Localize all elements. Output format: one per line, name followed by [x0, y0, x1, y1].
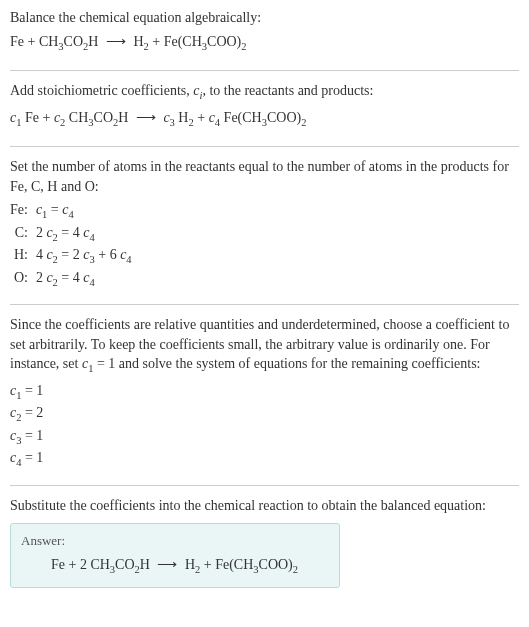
text: 2	[36, 270, 47, 285]
text: H	[118, 110, 128, 125]
coefficient-list: c1 = 1 c2 = 2 c3 = 1 c4 = 1	[10, 381, 519, 471]
text: Fe + 2 CH	[51, 557, 110, 572]
text: Add stoichiometric coefficients,	[10, 83, 193, 98]
text: Fe(CH	[220, 110, 262, 125]
text: =	[47, 202, 62, 217]
atom-balance-table: Fe: c1 = c4 C: 2 c2 = 4 c4 H: 4 c2 = 2 c…	[10, 200, 138, 290]
balanced-equation: Fe + 2 CH3CO2H ⟶ H2 + Fe(CH3COO)2	[21, 555, 329, 577]
coefficient-equation: c1 Fe + c2 CH3CO2H ⟶ c3 H2 + c4 Fe(CH3CO…	[10, 108, 519, 130]
equation-cell: 4 c2 = 2 c3 + 6 c4	[36, 245, 138, 267]
table-row: O: 2 c2 = 4 c4	[10, 268, 138, 290]
val: = 1	[21, 428, 43, 443]
equation-cell: c1 = c4	[36, 200, 138, 222]
table-row: C: 2 c2 = 4 c4	[10, 223, 138, 245]
text: H	[185, 557, 195, 572]
val: = 2	[21, 405, 43, 420]
text: COO)	[259, 557, 293, 572]
eq-text: + Fe(CH	[149, 34, 202, 49]
eq-text: COO)	[207, 34, 241, 49]
sub: 4	[89, 232, 94, 243]
text: H	[175, 110, 189, 125]
section-add-coefficients: Add stoichiometric coefficients, ci, to …	[10, 81, 519, 147]
table-row: Fe: c1 = c4	[10, 200, 138, 222]
sub: 4	[126, 254, 131, 265]
text: Fe +	[21, 110, 53, 125]
text: COO)	[267, 110, 301, 125]
intro-text: Set the number of atoms in the reactants…	[10, 157, 519, 196]
arrow-icon: ⟶	[157, 555, 177, 575]
element-label: C:	[10, 223, 36, 245]
section-atom-balance: Set the number of atoms in the reactants…	[10, 157, 519, 305]
val: = 1	[21, 383, 43, 398]
intro-text: Substitute the coefficients into the che…	[10, 496, 519, 516]
section-answer: Substitute the coefficients into the che…	[10, 496, 519, 588]
text: +	[194, 110, 209, 125]
text: , to the reactants and products:	[202, 83, 373, 98]
list-item: c3 = 1	[10, 426, 519, 448]
val: = 1	[21, 450, 43, 465]
element-label: Fe:	[10, 200, 36, 222]
answer-box: Answer: Fe + 2 CH3CO2H ⟶ H2 + Fe(CH3COO)…	[10, 523, 340, 588]
answer-label: Answer:	[21, 532, 329, 550]
equation-cell: 2 c2 = 4 c4	[36, 223, 138, 245]
text: = 1 and solve the system of equations fo…	[93, 356, 480, 371]
table-row: H: 4 c2 = 2 c3 + 6 c4	[10, 245, 138, 267]
unbalanced-equation: Fe + CH3CO2H ⟶ H2 + Fe(CH3COO)2	[10, 32, 519, 54]
equation-cell: 2 c2 = 4 c4	[36, 268, 138, 290]
text: 4	[36, 247, 47, 262]
sub: 2	[241, 40, 246, 51]
arrow-icon: ⟶	[106, 32, 126, 52]
text: = 4	[58, 270, 83, 285]
intro-text: Add stoichiometric coefficients, ci, to …	[10, 81, 519, 103]
text: H	[140, 557, 150, 572]
eq-text: H	[88, 34, 98, 49]
text: = 4	[58, 225, 83, 240]
list-item: c1 = 1	[10, 381, 519, 403]
text: CH	[65, 110, 88, 125]
list-item: c2 = 2	[10, 403, 519, 425]
text: = 2	[58, 247, 83, 262]
text: CO	[94, 110, 113, 125]
list-item: c4 = 1	[10, 448, 519, 470]
element-label: O:	[10, 268, 36, 290]
eq-text: CO	[64, 34, 83, 49]
sub: 4	[89, 276, 94, 287]
eq-text: H	[133, 34, 143, 49]
eq-text: Fe + CH	[10, 34, 58, 49]
intro-text: Since the coefficients are relative quan…	[10, 315, 519, 377]
text: 2	[36, 225, 47, 240]
sub: 4	[68, 209, 73, 220]
section-solve-coefficients: Since the coefficients are relative quan…	[10, 315, 519, 486]
element-label: H:	[10, 245, 36, 267]
intro-text: Balance the chemical equation algebraica…	[10, 8, 519, 28]
section-balance-intro: Balance the chemical equation algebraica…	[10, 8, 519, 71]
text: + 6	[95, 247, 120, 262]
text: + Fe(CH	[200, 557, 253, 572]
sub: 2	[293, 563, 298, 574]
text: CO	[115, 557, 134, 572]
sub: 2	[301, 116, 306, 127]
arrow-icon: ⟶	[136, 108, 156, 128]
